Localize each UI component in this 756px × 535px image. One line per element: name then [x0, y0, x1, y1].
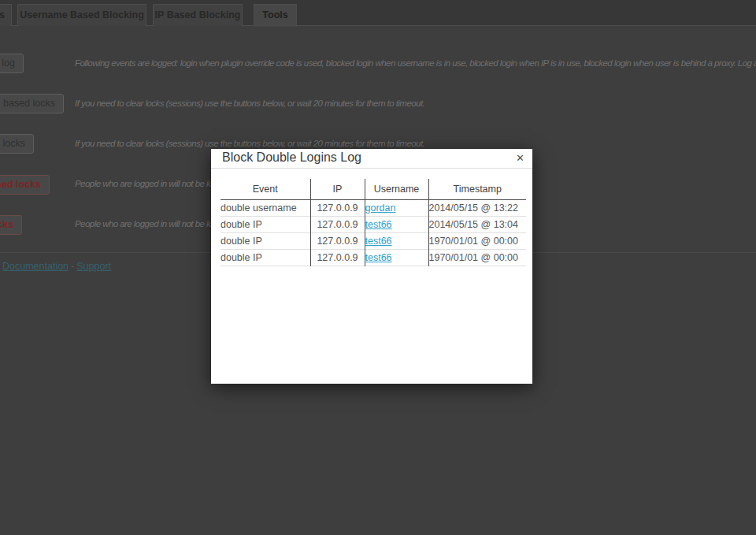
column-header-timestamp: Timestamp	[428, 179, 526, 199]
table-row: double IP 127.0.0.9 test66 2014/05/15 @ …	[220, 216, 526, 232]
username-link[interactable]: test66	[365, 252, 392, 263]
table-row: double IP 127.0.0.9 test66 1970/01/01 @ …	[220, 232, 526, 249]
close-icon[interactable]: ✕	[516, 152, 524, 165]
timestamp-cell: 2014/05/15 @ 13:04	[428, 216, 526, 232]
username-link[interactable]: test66	[365, 236, 392, 247]
column-header-username: Username	[365, 179, 428, 199]
tab-tools[interactable]: Tools	[254, 4, 297, 27]
ip-cell: 127.0.0.9	[310, 249, 365, 266]
ip-cell: 127.0.0.9	[310, 232, 365, 249]
log-table: Event IP Username Timestamp double usern…	[220, 179, 526, 266]
event-cell: double IP	[220, 216, 310, 232]
clear-username-locks-description: People who are logged in will not be kic…	[75, 179, 224, 188]
tab-settings-partial[interactable]: s	[0, 4, 12, 26]
footer-links: Documentation-Support	[2, 261, 111, 272]
modal-header: Block Double Logins Log ✕	[211, 149, 532, 169]
event-cell: double username	[220, 199, 310, 216]
modal-title: Block Double Logins Log	[222, 150, 361, 165]
table-row: double IP 127.0.0.9 test66 1970/01/01 @ …	[220, 249, 526, 266]
clear-ip-locks-description: People who are logged in will not be kic…	[75, 219, 224, 228]
footer-separator: -	[71, 261, 74, 272]
column-header-event: Event	[220, 179, 310, 199]
username-link[interactable]: test66	[365, 219, 392, 230]
column-header-ip: IP	[310, 179, 365, 199]
tab-ip-based-blocking[interactable]: IP Based Blocking	[153, 4, 243, 26]
clear-ip-based-locks-button[interactable]: ocks	[0, 215, 22, 235]
block-double-logins-log-modal: Block Double Logins Log ✕ Event IP Usern…	[211, 149, 532, 384]
timestamp-cell: 1970/01/01 @ 00:00	[428, 232, 526, 249]
timestamp-cell: 2014/05/15 @ 13:22	[428, 199, 526, 216]
support-link[interactable]: Support	[76, 261, 111, 272]
timestamp-cell: 1970/01/01 @ 00:00	[428, 249, 526, 266]
events-log-description: Following events are logged: login when …	[75, 58, 756, 68]
username-locks-description: If you need to clear locks (sessions) us…	[75, 98, 424, 108]
ip-locks-description: If you need to clear locks (sessions) us…	[75, 139, 424, 148]
show-username-based-locks-button[interactable]: me based locks	[0, 94, 64, 113]
tab-username-based-blocking[interactable]: Username Based Blocking	[17, 4, 146, 26]
event-cell: double IP	[220, 249, 310, 266]
ip-cell: 127.0.0.9	[310, 199, 365, 216]
documentation-link[interactable]: Documentation	[2, 261, 69, 272]
clear-username-based-locks-button[interactable]: e based locks	[0, 175, 50, 195]
tab-bar: s Username Based Blocking IP Based Block…	[0, 0, 756, 26]
table-row: double username 127.0.0.9 gordan 2014/05…	[220, 199, 526, 216]
show-ip-based-locks-button[interactable]: ed locks	[0, 134, 34, 154]
log-table-header-row: Event IP Username Timestamp	[220, 179, 526, 199]
event-cell: double IP	[220, 232, 310, 249]
username-link[interactable]: gordan	[365, 202, 396, 214]
ip-cell: 127.0.0.9	[310, 216, 365, 232]
show-events-log-button[interactable]: s log	[0, 54, 24, 73]
